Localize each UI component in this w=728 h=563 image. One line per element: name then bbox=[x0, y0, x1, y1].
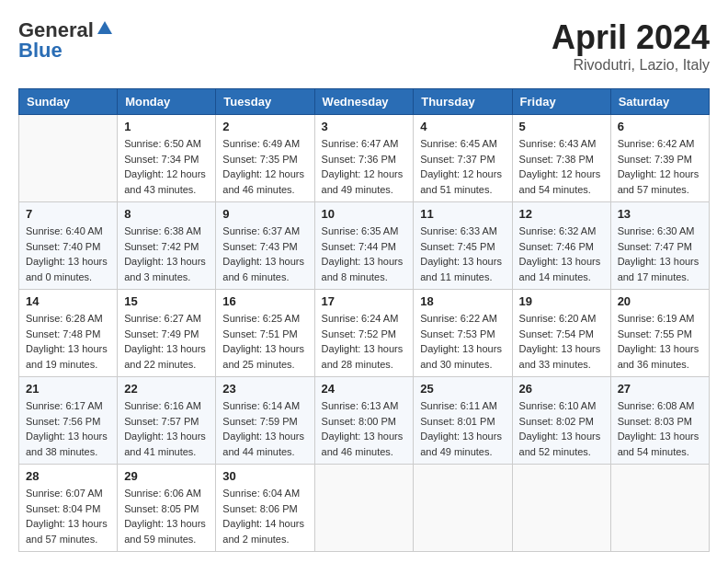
day-number: 14 bbox=[26, 294, 110, 308]
day-number: 29 bbox=[124, 469, 209, 483]
day-info: Sunrise: 6:27 AM Sunset: 7:49 PM Dayligh… bbox=[124, 311, 209, 372]
calendar-cell: 21Sunrise: 6:17 AM Sunset: 7:56 PM Dayli… bbox=[19, 377, 118, 465]
day-info: Sunrise: 6:50 AM Sunset: 7:34 PM Dayligh… bbox=[124, 136, 209, 197]
day-info: Sunrise: 6:38 AM Sunset: 7:42 PM Dayligh… bbox=[124, 224, 209, 284]
day-number: 19 bbox=[519, 294, 604, 308]
calendar-cell: 11Sunrise: 6:33 AM Sunset: 7:45 PM Dayli… bbox=[414, 202, 512, 290]
calendar-cell: 30Sunrise: 6:04 AM Sunset: 8:06 PM Dayli… bbox=[216, 465, 314, 552]
day-number: 8 bbox=[124, 207, 209, 221]
column-header-monday: Monday bbox=[118, 89, 216, 115]
calendar-cell: 29Sunrise: 6:06 AM Sunset: 8:05 PM Dayli… bbox=[118, 465, 216, 552]
day-info: Sunrise: 6:35 AM Sunset: 7:44 PM Dayligh… bbox=[322, 224, 407, 284]
day-info: Sunrise: 6:11 AM Sunset: 8:01 PM Dayligh… bbox=[420, 398, 505, 459]
day-info: Sunrise: 6:20 AM Sunset: 7:54 PM Dayligh… bbox=[519, 311, 604, 372]
calendar-week-row: 1Sunrise: 6:50 AM Sunset: 7:34 PM Daylig… bbox=[19, 115, 710, 202]
day-info: Sunrise: 6:04 AM Sunset: 8:06 PM Dayligh… bbox=[222, 486, 307, 546]
day-info: Sunrise: 6:47 AM Sunset: 7:36 PM Dayligh… bbox=[322, 136, 407, 197]
calendar-cell bbox=[314, 465, 414, 552]
calendar-week-row: 7Sunrise: 6:40 AM Sunset: 7:40 PM Daylig… bbox=[19, 202, 710, 290]
calendar-cell: 15Sunrise: 6:27 AM Sunset: 7:49 PM Dayli… bbox=[118, 290, 216, 377]
day-info: Sunrise: 6:49 AM Sunset: 7:35 PM Dayligh… bbox=[222, 136, 307, 197]
day-number: 22 bbox=[124, 382, 209, 396]
calendar-cell: 19Sunrise: 6:20 AM Sunset: 7:54 PM Dayli… bbox=[512, 290, 610, 377]
calendar-cell: 20Sunrise: 6:19 AM Sunset: 7:55 PM Dayli… bbox=[610, 290, 709, 377]
day-number: 26 bbox=[519, 382, 604, 396]
day-info: Sunrise: 6:28 AM Sunset: 7:48 PM Dayligh… bbox=[26, 311, 110, 372]
calendar-cell bbox=[512, 465, 610, 552]
column-header-wednesday: Wednesday bbox=[314, 89, 414, 115]
day-number: 12 bbox=[519, 207, 604, 221]
day-info: Sunrise: 6:24 AM Sunset: 7:52 PM Dayligh… bbox=[322, 311, 407, 372]
day-info: Sunrise: 6:45 AM Sunset: 7:37 PM Dayligh… bbox=[420, 136, 505, 197]
day-number: 28 bbox=[26, 469, 110, 483]
calendar-cell: 12Sunrise: 6:32 AM Sunset: 7:46 PM Dayli… bbox=[512, 202, 610, 290]
day-number: 25 bbox=[420, 382, 505, 396]
column-header-sunday: Sunday bbox=[19, 89, 118, 115]
day-info: Sunrise: 6:16 AM Sunset: 7:57 PM Dayligh… bbox=[124, 398, 209, 459]
day-number: 15 bbox=[124, 294, 209, 308]
month-title: April 2024 bbox=[552, 18, 710, 57]
day-info: Sunrise: 6:06 AM Sunset: 8:05 PM Dayligh… bbox=[124, 486, 209, 546]
day-number: 11 bbox=[420, 207, 505, 221]
day-number: 7 bbox=[26, 207, 110, 221]
column-header-saturday: Saturday bbox=[610, 89, 709, 115]
day-number: 9 bbox=[222, 207, 307, 221]
calendar-cell: 17Sunrise: 6:24 AM Sunset: 7:52 PM Dayli… bbox=[314, 290, 414, 377]
column-header-thursday: Thursday bbox=[414, 89, 512, 115]
day-number: 5 bbox=[519, 120, 604, 133]
calendar-cell: 23Sunrise: 6:14 AM Sunset: 7:59 PM Dayli… bbox=[216, 377, 314, 465]
day-info: Sunrise: 6:37 AM Sunset: 7:43 PM Dayligh… bbox=[222, 224, 307, 284]
logo-icon bbox=[96, 19, 114, 38]
calendar-cell: 1Sunrise: 6:50 AM Sunset: 7:34 PM Daylig… bbox=[118, 115, 216, 202]
location-subtitle: Rivodutri, Lazio, Italy bbox=[552, 57, 710, 74]
page-header: General Blue April 2024 Rivodutri, Lazio… bbox=[18, 18, 710, 74]
day-number: 30 bbox=[222, 469, 307, 483]
calendar-cell: 3Sunrise: 6:47 AM Sunset: 7:36 PM Daylig… bbox=[314, 115, 414, 202]
calendar-table: SundayMondayTuesdayWednesdayThursdayFrid… bbox=[18, 88, 710, 552]
calendar-week-row: 28Sunrise: 6:07 AM Sunset: 8:04 PM Dayli… bbox=[19, 465, 710, 552]
logo: General Blue bbox=[18, 18, 114, 63]
svg-marker-0 bbox=[97, 21, 112, 34]
calendar-cell: 22Sunrise: 6:16 AM Sunset: 7:57 PM Dayli… bbox=[118, 377, 216, 465]
calendar-cell: 4Sunrise: 6:45 AM Sunset: 7:37 PM Daylig… bbox=[414, 115, 512, 202]
day-number: 21 bbox=[26, 382, 110, 396]
day-info: Sunrise: 6:40 AM Sunset: 7:40 PM Dayligh… bbox=[26, 224, 110, 284]
day-info: Sunrise: 6:30 AM Sunset: 7:47 PM Dayligh… bbox=[618, 224, 702, 284]
day-info: Sunrise: 6:10 AM Sunset: 8:02 PM Dayligh… bbox=[519, 398, 604, 459]
day-number: 6 bbox=[618, 120, 702, 133]
calendar-cell bbox=[610, 465, 709, 552]
calendar-cell: 16Sunrise: 6:25 AM Sunset: 7:51 PM Dayli… bbox=[216, 290, 314, 377]
day-number: 20 bbox=[618, 294, 702, 308]
day-info: Sunrise: 6:25 AM Sunset: 7:51 PM Dayligh… bbox=[222, 311, 307, 372]
calendar-cell: 28Sunrise: 6:07 AM Sunset: 8:04 PM Dayli… bbox=[19, 465, 118, 552]
calendar-cell: 2Sunrise: 6:49 AM Sunset: 7:35 PM Daylig… bbox=[216, 115, 314, 202]
day-number: 3 bbox=[322, 120, 407, 133]
day-number: 24 bbox=[322, 382, 407, 396]
calendar-cell bbox=[19, 115, 118, 202]
column-header-tuesday: Tuesday bbox=[216, 89, 314, 115]
calendar-cell: 8Sunrise: 6:38 AM Sunset: 7:42 PM Daylig… bbox=[118, 202, 216, 290]
day-number: 27 bbox=[618, 382, 702, 396]
calendar-cell: 13Sunrise: 6:30 AM Sunset: 7:47 PM Dayli… bbox=[610, 202, 709, 290]
calendar-cell: 18Sunrise: 6:22 AM Sunset: 7:53 PM Dayli… bbox=[414, 290, 512, 377]
day-info: Sunrise: 6:43 AM Sunset: 7:38 PM Dayligh… bbox=[519, 136, 604, 197]
calendar-cell: 25Sunrise: 6:11 AM Sunset: 8:01 PM Dayli… bbox=[414, 377, 512, 465]
calendar-cell: 5Sunrise: 6:43 AM Sunset: 7:38 PM Daylig… bbox=[512, 115, 610, 202]
calendar-cell: 9Sunrise: 6:37 AM Sunset: 7:43 PM Daylig… bbox=[216, 202, 314, 290]
calendar-cell: 7Sunrise: 6:40 AM Sunset: 7:40 PM Daylig… bbox=[19, 202, 118, 290]
day-number: 16 bbox=[222, 294, 307, 308]
day-info: Sunrise: 6:07 AM Sunset: 8:04 PM Dayligh… bbox=[26, 486, 110, 546]
calendar-cell: 26Sunrise: 6:10 AM Sunset: 8:02 PM Dayli… bbox=[512, 377, 610, 465]
calendar-week-row: 14Sunrise: 6:28 AM Sunset: 7:48 PM Dayli… bbox=[19, 290, 710, 377]
day-info: Sunrise: 6:33 AM Sunset: 7:45 PM Dayligh… bbox=[420, 224, 505, 284]
calendar-header-row: SundayMondayTuesdayWednesdayThursdayFrid… bbox=[19, 89, 710, 115]
day-number: 2 bbox=[222, 120, 307, 133]
day-info: Sunrise: 6:14 AM Sunset: 7:59 PM Dayligh… bbox=[222, 398, 307, 459]
day-number: 10 bbox=[322, 207, 407, 221]
calendar-cell: 27Sunrise: 6:08 AM Sunset: 8:03 PM Dayli… bbox=[610, 377, 709, 465]
day-number: 1 bbox=[124, 120, 209, 133]
calendar-cell: 10Sunrise: 6:35 AM Sunset: 7:44 PM Dayli… bbox=[314, 202, 414, 290]
day-info: Sunrise: 6:08 AM Sunset: 8:03 PM Dayligh… bbox=[618, 398, 702, 459]
logo-blue-text: Blue bbox=[18, 39, 63, 63]
day-info: Sunrise: 6:13 AM Sunset: 8:00 PM Dayligh… bbox=[322, 398, 407, 459]
